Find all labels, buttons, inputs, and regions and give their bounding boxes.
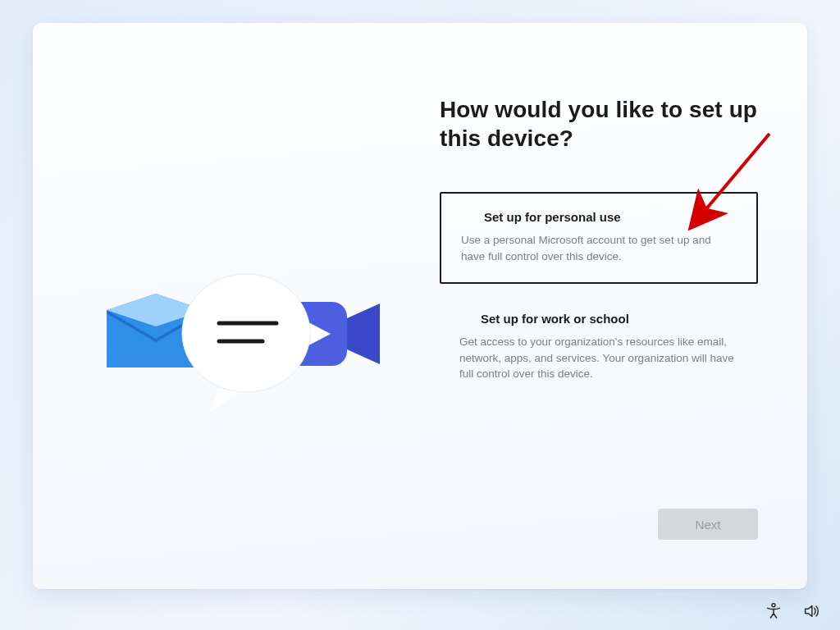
option-personal-desc: Use a personal Microsoft account to get … <box>461 232 737 264</box>
illustration-pane <box>33 23 420 589</box>
svg-marker-4 <box>347 304 380 364</box>
volume-button[interactable] <box>801 600 822 622</box>
system-tray <box>763 600 822 622</box>
footer-actions: Next <box>440 509 758 564</box>
svg-point-12 <box>772 604 775 607</box>
setup-illustration-icon <box>107 269 386 433</box>
option-personal-use[interactable]: Set up for personal use Use a personal M… <box>440 192 758 284</box>
next-button[interactable]: Next <box>658 509 758 540</box>
option-work-title: Set up for work or school <box>459 312 738 326</box>
option-work-desc: Get access to your organization's resour… <box>459 334 738 382</box>
svg-point-6 <box>182 274 310 392</box>
accessibility-button[interactable] <box>763 600 784 622</box>
volume-icon <box>802 602 820 620</box>
page-title: How would you like to set up this device… <box>440 95 758 153</box>
setup-card: How would you like to set up this device… <box>33 23 807 589</box>
option-work-school[interactable]: Set up for work or school Get access to … <box>440 295 758 400</box>
option-personal-title: Set up for personal use <box>461 210 737 224</box>
accessibility-icon <box>765 602 783 620</box>
content-pane: How would you like to set up this device… <box>420 23 807 589</box>
